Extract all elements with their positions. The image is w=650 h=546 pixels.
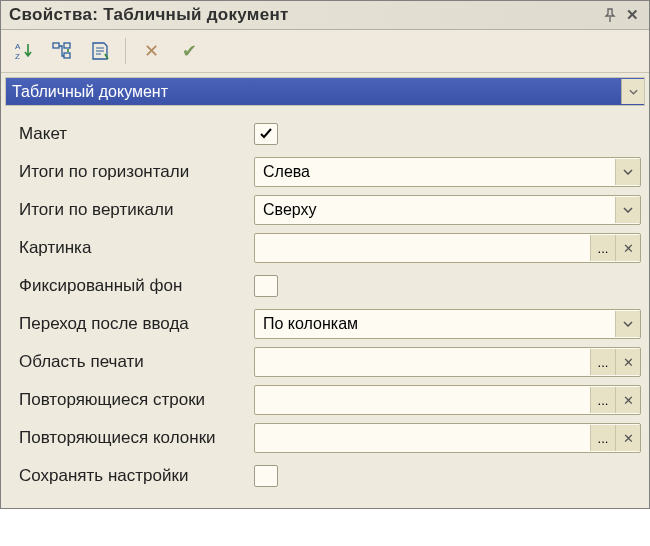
combo-value: Сверху xyxy=(255,201,615,219)
toolbar: A Z ✕ ✔ xyxy=(1,30,649,73)
chevron-down-icon xyxy=(629,89,638,95)
combo-value: По колонкам xyxy=(255,315,615,333)
section-dropdown-button[interactable] xyxy=(621,79,644,104)
prop-label: Сохранять настройки xyxy=(13,466,254,486)
chevron-down-icon xyxy=(623,207,633,213)
section-header[interactable]: Табличный документ xyxy=(5,77,645,106)
combo-dropdown-button[interactable] xyxy=(615,197,640,223)
totals-v-combo[interactable]: Сверху xyxy=(254,195,641,225)
enter-move-combo[interactable]: По колонкам xyxy=(254,309,641,339)
window-title: Свойства: Табличный документ xyxy=(9,5,599,25)
prop-totals-h: Итоги по горизонтали Слева xyxy=(13,154,641,190)
prop-picture: Картинка ... ✕ xyxy=(13,230,641,266)
repeat-cols-picker[interactable]: ... ✕ xyxy=(254,423,641,453)
prop-repeat-rows: Повторяющиеся строки ... ✕ xyxy=(13,382,641,418)
prop-label: Фиксированный фон xyxy=(13,276,254,296)
picture-picker[interactable]: ... ✕ xyxy=(254,233,641,263)
prop-label: Повторяющиеся колонки xyxy=(13,428,254,448)
svg-rect-3 xyxy=(64,43,70,48)
prop-label: Область печати xyxy=(13,352,254,372)
svg-rect-2 xyxy=(53,43,59,48)
tree-icon xyxy=(51,40,73,62)
prop-template: Макет xyxy=(13,116,641,152)
prop-label: Картинка xyxy=(13,238,254,258)
checkmark-icon xyxy=(259,128,273,140)
section-title: Табличный документ xyxy=(6,83,621,101)
x-icon: ✕ xyxy=(144,40,159,62)
sort-az-icon: A Z xyxy=(13,40,35,62)
combo-dropdown-button[interactable] xyxy=(615,159,640,185)
svg-rect-4 xyxy=(64,53,70,58)
properties-panel: Свойства: Табличный документ ✕ A Z xyxy=(0,0,650,509)
pin-button[interactable] xyxy=(599,5,621,25)
prop-save-settings: Сохранять настройки xyxy=(13,458,641,494)
combo-value: Слева xyxy=(255,163,615,181)
template-checkbox[interactable] xyxy=(254,123,278,145)
pin-icon xyxy=(604,8,616,22)
svg-text:Z: Z xyxy=(15,52,20,61)
combo-dropdown-button[interactable] xyxy=(615,311,640,337)
cancel-edit-button[interactable]: ✕ xyxy=(134,34,168,68)
property-grid: Макет Итоги по горизонтали Слева xyxy=(1,110,649,508)
prop-totals-v: Итоги по вертикали Сверху xyxy=(13,192,641,228)
prop-fixed-bg: Фиксированный фон xyxy=(13,268,641,304)
picker-browse-button[interactable]: ... xyxy=(590,235,615,261)
prop-label: Итоги по горизонтали xyxy=(13,162,254,182)
print-area-picker[interactable]: ... ✕ xyxy=(254,347,641,377)
prop-label: Повторяющиеся строки xyxy=(13,390,254,410)
check-icon: ✔ xyxy=(182,40,197,62)
picker-clear-button[interactable]: ✕ xyxy=(615,387,640,413)
picker-clear-button[interactable]: ✕ xyxy=(615,425,640,451)
svg-text:A: A xyxy=(15,42,21,51)
fixed-bg-checkbox[interactable] xyxy=(254,275,278,297)
prop-label: Переход после ввода xyxy=(13,314,254,334)
picker-browse-button[interactable]: ... xyxy=(590,349,615,375)
prop-print-area: Область печати ... ✕ xyxy=(13,344,641,380)
prop-label: Макет xyxy=(13,124,254,144)
titlebar: Свойства: Табличный документ ✕ xyxy=(1,1,649,30)
toolbar-separator xyxy=(125,38,126,64)
sort-az-button[interactable]: A Z xyxy=(7,34,41,68)
close-button[interactable]: ✕ xyxy=(621,5,643,25)
apply-edit-button[interactable]: ✔ xyxy=(172,34,206,68)
chevron-down-icon xyxy=(623,321,633,327)
totals-h-combo[interactable]: Слева xyxy=(254,157,641,187)
repeat-rows-picker[interactable]: ... ✕ xyxy=(254,385,641,415)
filter-button[interactable] xyxy=(83,34,117,68)
picker-browse-button[interactable]: ... xyxy=(590,387,615,413)
picker-clear-button[interactable]: ✕ xyxy=(615,235,640,261)
chevron-down-icon xyxy=(623,169,633,175)
save-settings-checkbox[interactable] xyxy=(254,465,278,487)
prop-repeat-cols: Повторяющиеся колонки ... ✕ xyxy=(13,420,641,456)
picker-clear-button[interactable]: ✕ xyxy=(615,349,640,375)
prop-label: Итоги по вертикали xyxy=(13,200,254,220)
prop-enter-move: Переход после ввода По колонкам xyxy=(13,306,641,342)
categorize-button[interactable] xyxy=(45,34,79,68)
page-filter-icon xyxy=(89,40,111,62)
picker-browse-button[interactable]: ... xyxy=(590,425,615,451)
